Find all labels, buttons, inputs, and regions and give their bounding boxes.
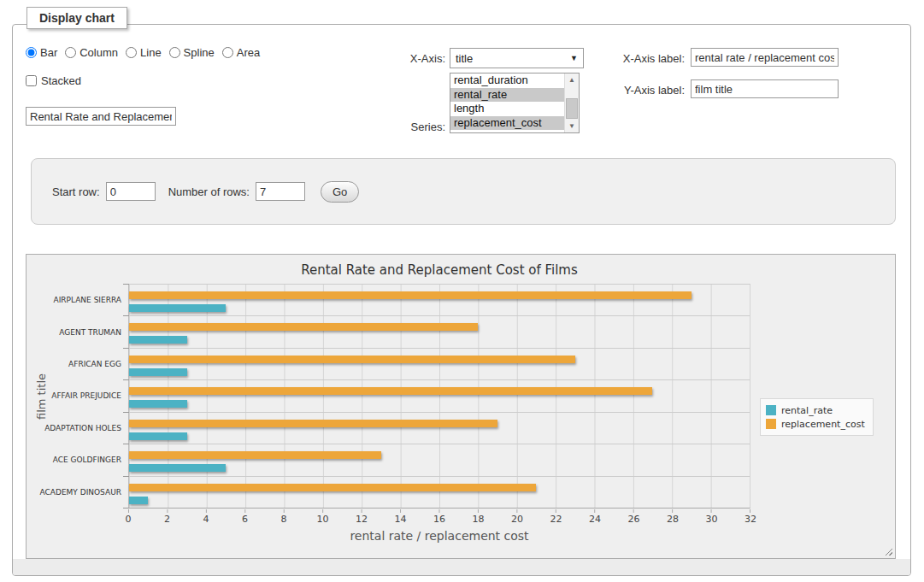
chart-category-label: AIRPLANE SIERRA (53, 296, 121, 304)
bottom-strip (13, 559, 910, 575)
stacked-checkbox[interactable] (26, 75, 37, 86)
legend-swatch-icon (766, 419, 776, 429)
chart-category-label: AGENT TRUMAN (59, 328, 121, 337)
chart-x-tick-label: 12 (356, 514, 368, 525)
chart-x-tick-label: 20 (511, 514, 523, 525)
chart-type-radio-column[interactable] (65, 47, 76, 58)
y-axis-label-input[interactable] (691, 79, 839, 98)
resize-handle-icon[interactable] (883, 546, 892, 556)
chart-x-tick-label: 16 (433, 514, 445, 525)
row-range-panel: Start row: Number of rows: Go (31, 158, 896, 225)
chart-x-tick-marks (128, 509, 750, 513)
chart-type-option-label: Column (79, 46, 118, 59)
go-button[interactable]: Go (321, 181, 359, 203)
chart-type-radio-spline[interactable] (169, 47, 180, 58)
number-of-rows-input[interactable] (256, 182, 305, 201)
chart-x-axis-title: rental rate / replacement cost (128, 529, 750, 543)
series-option-replacement_cost[interactable]: replacement_cost (450, 116, 564, 131)
stacked-label: Stacked (41, 74, 81, 87)
start-row-label: Start row: (52, 185, 100, 198)
bar-rental_rate (129, 368, 187, 376)
chart-x-tick-labels: 02468101214161820222426283032 (128, 514, 750, 526)
chart-x-tick-label: 30 (706, 514, 718, 525)
bar-replacement_cost (129, 387, 652, 395)
legend-item-replacement_cost[interactable]: replacement_cost (766, 417, 865, 431)
chart-type-option-area[interactable]: Area (222, 46, 260, 59)
chart-title-input[interactable] (26, 107, 176, 126)
x-axis-label-input[interactable] (691, 48, 839, 67)
chart-x-tick-label: 8 (281, 514, 287, 525)
chart-category-group: AGENT TRUMAN (129, 316, 750, 348)
bar-rental_rate (129, 432, 187, 440)
bar-rental_rate (129, 497, 148, 504)
chart-category-label: ACE GOLDFINGER (53, 456, 121, 464)
series-option-rental_duration[interactable]: rental_duration (450, 73, 564, 88)
bar-replacement_cost (129, 420, 497, 427)
chart-category-group: AFRICAN EGG (129, 349, 750, 380)
series-listbox[interactable]: rental_durationrental_ratelengthreplacem… (450, 73, 580, 133)
bar-rental_rate (129, 464, 226, 472)
chart-x-tick-label: 0 (126, 514, 132, 525)
legend-swatch-icon (766, 405, 776, 415)
stacked-option[interactable]: Stacked (26, 74, 81, 87)
fieldset-legend: Display chart (26, 7, 127, 29)
series-option-length[interactable]: length (450, 102, 564, 116)
bar-replacement_cost (129, 323, 478, 331)
chart-category-group: AIRPLANE SIERRA (129, 285, 750, 316)
chart-x-tick-label: 26 (628, 514, 640, 525)
scrollbar-up-icon[interactable]: ▲ (565, 73, 579, 86)
bar-rental_rate (129, 400, 187, 408)
legend-label: replacement_cost (781, 419, 865, 430)
chart-type-radio-bar[interactable] (26, 47, 37, 58)
chart-type-radio-line[interactable] (126, 47, 137, 58)
bar-rental_rate (129, 304, 226, 312)
chart-type-radios: BarColumnLineSplineArea (26, 46, 268, 59)
chart-category-label: ADAPTATION HOLES (44, 424, 121, 432)
bar-replacement_cost (129, 291, 692, 299)
chart-x-tick-label: 6 (242, 514, 248, 525)
chart-type-radio-area[interactable] (222, 47, 233, 58)
y-axis-label-label: Y-Axis label: (603, 84, 685, 97)
chart-category-group: AFFAIR PREJUDICE (129, 380, 750, 412)
chart-category-group: ACADEMY DINOSAUR (129, 477, 750, 508)
series-scrollbar[interactable]: ▲ ▼ (564, 73, 579, 132)
number-of-rows-label: Number of rows: (168, 185, 250, 198)
chart-type-option-bar[interactable]: Bar (26, 46, 57, 59)
start-row-input[interactable] (106, 182, 156, 201)
chart-x-tick-label: 4 (203, 514, 209, 525)
bar-replacement_cost (129, 484, 536, 491)
legend-item-rental_rate[interactable]: rental_rate (766, 403, 865, 417)
series-option-rental_rate[interactable]: rental_rate (450, 88, 564, 103)
x-axis-select[interactable]: title ▼ (450, 48, 584, 68)
chart-type-option-label: Spline (184, 46, 215, 59)
chart-x-tick-label: 2 (164, 514, 170, 525)
chart-x-tick-label: 32 (744, 514, 756, 525)
chart-x-tick-label: 22 (550, 514, 562, 525)
chart-x-tick-label: 18 (473, 514, 485, 525)
display-chart-fieldset: Display chart BarColumnLineSplineArea St… (12, 24, 911, 576)
chart-title: Rental Rate and Replacement Cost of Film… (128, 262, 750, 278)
chart-type-option-spline[interactable]: Spline (169, 46, 215, 59)
chart-category-group: ACE GOLDFINGER (129, 444, 750, 476)
chart-type-option-label: Line (140, 46, 162, 59)
chart-x-tick-label: 28 (667, 514, 679, 525)
chart-container: Rental Rate and Replacement Cost of Film… (26, 254, 896, 559)
chart-type-option-line[interactable]: Line (126, 46, 162, 59)
chart-category-group: ADAPTATION HOLES (129, 413, 750, 444)
chart-y-axis-title: film title (35, 373, 48, 420)
chart-type-option-column[interactable]: Column (65, 46, 118, 59)
chart-category-label: AFFAIR PREJUDICE (51, 391, 121, 400)
chart-x-tick-label: 24 (589, 514, 601, 525)
bar-replacement_cost (129, 451, 381, 459)
scrollbar-down-icon[interactable]: ▼ (565, 120, 579, 132)
x-axis-selected-value: title (456, 52, 473, 65)
page: Display chart BarColumnLineSplineArea St… (0, 0, 924, 582)
chart-type-option-label: Bar (40, 46, 57, 59)
x-axis-select-label: X-Axis: (372, 52, 445, 65)
series-options: rental_durationrental_ratelengthreplacem… (450, 73, 564, 132)
series-list-label: Series: (372, 121, 445, 133)
x-axis-label-label: X-Axis label: (603, 52, 685, 65)
chevron-down-icon: ▼ (570, 54, 578, 62)
scrollbar-thumb[interactable] (566, 98, 578, 119)
chart-x-tick-label: 10 (317, 514, 329, 525)
